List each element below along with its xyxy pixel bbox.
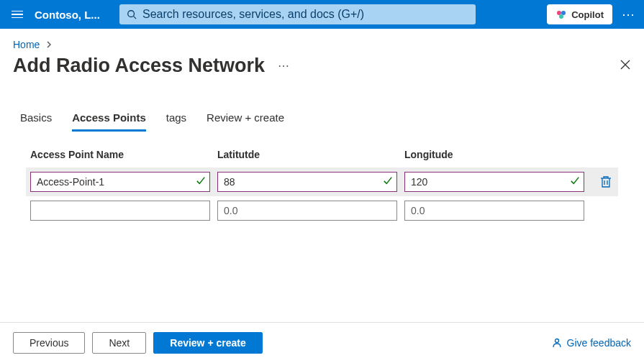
copilot-label: Copilot: [571, 9, 604, 20]
access-point-name-input[interactable]: [30, 201, 210, 221]
svg-point-3: [561, 11, 566, 15]
page-title-bar: Add Radio Access Network ⋯: [0, 50, 644, 77]
title-more-icon[interactable]: ⋯: [278, 59, 290, 73]
global-search-input[interactable]: Search resources, services, and docs (G+…: [119, 4, 476, 24]
page-title: Add Radio Access Network: [13, 55, 265, 77]
more-actions-icon[interactable]: ⋯: [618, 6, 638, 22]
give-feedback-link[interactable]: Give feedback: [551, 337, 632, 349]
give-feedback-label: Give feedback: [567, 337, 632, 349]
tab-basics[interactable]: Basics: [20, 111, 52, 132]
access-point-name-input[interactable]: [30, 172, 210, 192]
close-button[interactable]: [620, 59, 631, 73]
tenant-name[interactable]: Contoso, L...: [35, 9, 114, 21]
longitude-input[interactable]: [404, 201, 584, 221]
col-header-name: Access Point Name: [30, 149, 210, 160]
grid-header-row: Access Point Name Latitutde Longitude: [26, 149, 618, 167]
review-create-button[interactable]: Review + create: [153, 332, 262, 354]
latitude-input[interactable]: [217, 201, 397, 221]
search-placeholder: Search resources, services, and docs (G+…: [142, 8, 364, 21]
trash-icon: [600, 175, 612, 188]
svg-point-0: [128, 11, 135, 17]
svg-point-2: [557, 11, 561, 15]
copilot-button[interactable]: Copilot: [547, 4, 612, 24]
wizard-tabs: Basics Access Points tags Review + creat…: [0, 77, 644, 132]
access-points-grid: Access Point Name Latitutde Longitude: [0, 132, 644, 225]
close-icon: [620, 59, 631, 70]
svg-line-1: [134, 17, 137, 19]
check-icon: [570, 175, 580, 188]
table-row: [26, 196, 618, 225]
delete-row-button[interactable]: [591, 175, 620, 188]
tab-review-create[interactable]: Review + create: [207, 111, 284, 132]
longitude-input[interactable]: [404, 172, 584, 192]
tab-tags[interactable]: tags: [166, 111, 186, 132]
chevron-right-icon: [45, 41, 53, 48]
col-header-latitude: Latitutde: [217, 149, 397, 160]
latitude-input[interactable]: [217, 172, 397, 192]
breadcrumb-home[interactable]: Home: [13, 39, 40, 50]
search-icon: [127, 9, 137, 19]
col-header-longitude: Longitude: [404, 149, 584, 160]
next-button[interactable]: Next: [92, 332, 146, 354]
breadcrumb: Home: [0, 29, 644, 50]
check-icon: [383, 175, 393, 188]
wizard-footer: Previous Next Review + create Give feedb…: [0, 323, 644, 363]
table-row: [26, 167, 618, 196]
global-header: Contoso, L... Search resources, services…: [0, 0, 644, 29]
svg-point-4: [559, 14, 563, 19]
svg-point-9: [555, 339, 558, 343]
copilot-icon: [555, 9, 567, 20]
hamburger-menu-icon[interactable]: [6, 3, 29, 26]
feedback-icon: [551, 337, 563, 349]
tab-access-points[interactable]: Access Points: [72, 111, 146, 132]
check-icon: [196, 175, 206, 188]
previous-button[interactable]: Previous: [13, 332, 85, 354]
